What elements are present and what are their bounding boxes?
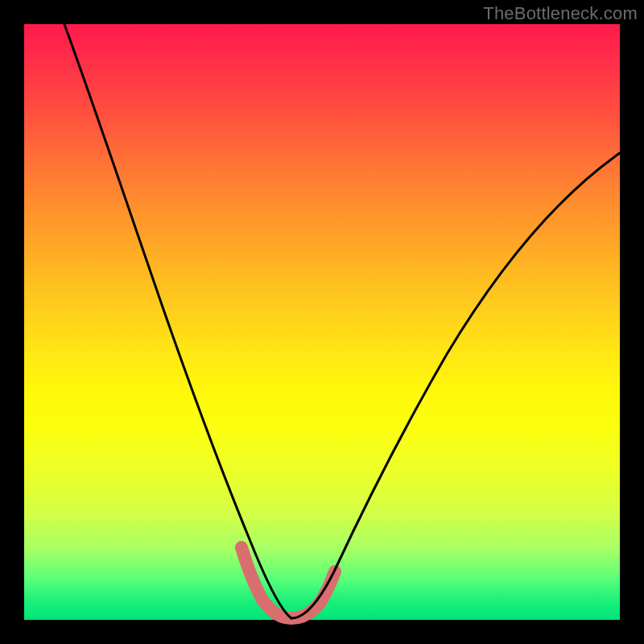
chart-frame: TheBottleneck.com <box>0 0 644 644</box>
watermark-text: TheBottleneck.com <box>483 3 638 24</box>
chart-svg <box>24 24 620 620</box>
highlight-band <box>242 547 335 618</box>
bottleneck-curve-left <box>64 24 291 618</box>
bottleneck-curve-right <box>291 153 620 618</box>
